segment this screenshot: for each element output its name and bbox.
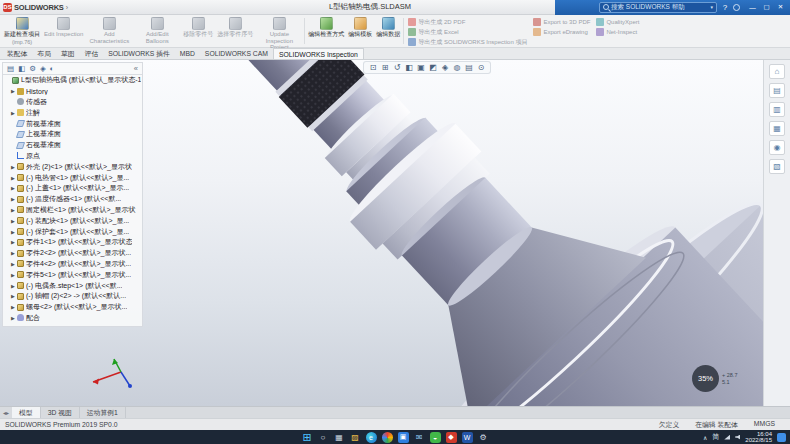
previous-view-icon[interactable]: ↺ (392, 63, 402, 72)
tree-item-part[interactable]: ▶ 零件2<2> (默认<<默认>_显示状... (3, 248, 142, 259)
tree-item-part[interactable]: ▶ (-) 电偶条.step<1> (默认<<默... (3, 280, 142, 291)
new-inspection-project-button[interactable]: 新建检查项目 (imp.76) (2, 16, 42, 46)
apply-scene-icon[interactable]: ▤ (464, 63, 474, 72)
edit-inspection-method-button[interactable]: 编辑检查方式 (306, 16, 346, 46)
tree-item-top-plane[interactable]: 上视基准面 (3, 129, 142, 140)
start-icon[interactable]: ⊞ (302, 432, 313, 443)
zoom-fit-icon[interactable]: ⊡ (368, 63, 378, 72)
tab-evaluate[interactable]: 评估 (80, 48, 104, 59)
displaymanager-tab-icon[interactable]: ◐ (50, 64, 55, 73)
tab-sketch[interactable]: 草图 (56, 48, 80, 59)
view-settings-icon[interactable]: ⊙ (476, 63, 486, 72)
tree-item-part[interactable]: ▶ (-) 温度传感器<1> (默认<<默... (3, 194, 142, 205)
update-inspection-project-button[interactable]: Update Inspection Project (255, 16, 303, 46)
section-view-icon[interactable]: ◧ (404, 63, 414, 72)
clock[interactable]: 16:04 2022/8/15 (745, 431, 772, 444)
tray-chevron-icon[interactable]: ∧ (703, 434, 707, 441)
design-library-icon[interactable]: ▤ (769, 83, 785, 98)
qualityxpert-button[interactable]: QualityXpert (596, 18, 639, 26)
minimize-button[interactable]: — (746, 1, 759, 14)
volume-icon[interactable] (735, 435, 740, 440)
tab-mbd[interactable]: MBD (175, 48, 200, 59)
status-units[interactable]: MMGS (754, 420, 775, 430)
tree-item-part[interactable]: ▶ 零件4<2> (默认<<默认>_显示状... (3, 259, 142, 270)
help-button[interactable]: ? (720, 3, 730, 12)
tree-item-part[interactable]: ▶ (-) 装配块<1> (默认<<默认>_显... (3, 215, 142, 226)
edge-icon[interactable]: e (366, 432, 377, 443)
tab-solidworks-cam[interactable]: SOLIDWORKS CAM (200, 48, 273, 59)
view-orientation-icon[interactable]: ▣ (416, 63, 426, 72)
settings-icon[interactable]: ⚙ (478, 432, 489, 443)
tab-3d-views[interactable]: 3D 视图 (41, 407, 80, 418)
tab-layout[interactable]: 布局 (32, 48, 56, 59)
graphics-viewport[interactable]: ▤ ◧ ⚙ ◈ ◐ « L型铝轴热电偶 (默认<默认_显示状态-1 ▶ Hist… (0, 60, 763, 406)
export-excel-button[interactable]: 导出生成 Excel (408, 28, 527, 36)
file-explorer-taskbar-icon[interactable]: ▨ (350, 432, 361, 443)
add-edit-balloons-button[interactable]: Add/Edit Balloons (133, 16, 181, 46)
store-icon[interactable]: ▣ (398, 432, 409, 443)
solidworks-taskbar-icon[interactable]: ◆ (446, 432, 457, 443)
remove-balloons-button[interactable]: 移除零件号 (181, 16, 215, 46)
network-icon[interactable] (724, 435, 730, 440)
export-3d-pdf-button[interactable]: Export to 3D PDF (533, 18, 590, 26)
edit-template-button[interactable]: 编辑模板 (346, 16, 374, 46)
mail-icon[interactable]: ✉ (414, 432, 425, 443)
tree-item-part[interactable]: ▶ 固定横栏<1> (默认<<默认>_显示状 (3, 205, 142, 216)
notification-badge[interactable] (777, 433, 786, 442)
tab-solidworks-inspection[interactable]: SOLIDWORKS Inspection (273, 48, 364, 59)
tab-motion-study[interactable]: 运动算例1 (80, 407, 126, 418)
ime-indicator[interactable]: 简 (712, 432, 719, 442)
menu-chevron-icon[interactable]: › (66, 4, 68, 11)
tree-item-right-plane[interactable]: 右视基准面 (3, 140, 142, 151)
tab-addins[interactable]: SOLIDWORKS 插件 (103, 48, 175, 59)
collapse-panel-icon[interactable]: « (134, 64, 138, 73)
tree-item-origin[interactable]: 原点 (3, 151, 142, 162)
search-caret-icon[interactable]: ▾ (710, 4, 713, 10)
wechat-icon[interactable]: ◒ (430, 432, 441, 443)
tree-item-part[interactable]: ▶ 零件1<1> (默认<<默认>_显示状态 (3, 237, 142, 248)
resources-icon[interactable]: ⌂ (769, 64, 785, 79)
configurationmanager-tab-icon[interactable]: ⚙ (29, 64, 36, 73)
export-edrawing-button[interactable]: Export eDrawing (533, 28, 590, 36)
tree-item-part[interactable]: ▶ (-) 轴帽 (2)<2> -> (默认<<默认... (3, 291, 142, 302)
tree-item-history[interactable]: ▶ History (3, 86, 142, 97)
custom-properties-icon[interactable]: ▧ (769, 159, 785, 174)
export-2d-pdf-button[interactable]: 导出生成 2D PDF (408, 18, 527, 26)
file-explorer-icon[interactable]: ▥ (769, 102, 785, 117)
close-button[interactable]: ✕ (774, 1, 787, 14)
edit-data-button[interactable]: 编辑数据 (374, 16, 402, 46)
propertymanager-tab-icon[interactable]: ◧ (18, 64, 25, 73)
export-sw-inspection-button[interactable]: 导出生成 SOLIDWORKS Inspection 项目 (408, 38, 527, 46)
tree-item-part[interactable]: ▶ (-) 保护套<1> (默认<<默认>_显... (3, 226, 142, 237)
dimxpertmanager-tab-icon[interactable]: ◈ (40, 64, 46, 73)
tree-item-part[interactable]: ▶ 螺母<2> (默认<<默认>_显示状... (3, 302, 142, 313)
select-balloons-button[interactable]: 选择零件序号 (215, 16, 255, 46)
taskbar-search-icon[interactable]: ○ (318, 432, 329, 443)
tree-item-front-plane[interactable]: 前视基准面 (3, 118, 142, 129)
maximize-button[interactable]: ▢ (760, 1, 773, 14)
word-icon[interactable]: W (462, 432, 473, 443)
chrome-icon[interactable]: ◍ (382, 432, 393, 443)
tree-item-annotations[interactable]: ▶ 注解 (3, 107, 142, 118)
hide-show-items-icon[interactable]: ◈ (440, 63, 450, 72)
edit-inspection-button[interactable]: Edit Inspection (42, 16, 85, 46)
user-icon[interactable] (733, 4, 740, 11)
featuremanager-tab-icon[interactable]: ▤ (7, 64, 14, 73)
zoom-area-icon[interactable]: ⊞ (380, 63, 390, 72)
task-view-icon[interactable]: ▦ (334, 432, 345, 443)
display-style-icon[interactable]: ◩ (428, 63, 438, 72)
tab-scroll-arrows[interactable]: ◂▸ (0, 407, 12, 418)
tree-item-assembly-root[interactable]: L型铝轴热电偶 (默认<默认_显示状态-1 (3, 75, 142, 86)
tree-item-mates[interactable]: ▶ 配合 (3, 313, 142, 324)
tree-item-part[interactable]: ▶ (-) 电热管<1> (默认<<默认>_显... (3, 172, 142, 183)
tree-item-part[interactable]: ▶ 外壳 (2)<1> (默认<<默认>_显示状 (3, 161, 142, 172)
search-input[interactable]: 搜索 SOLIDWORKS 帮助 ▾ (599, 2, 717, 13)
tree-item-part[interactable]: ▶ 零件5<1> (默认<<默认>_显示状... (3, 269, 142, 280)
tab-assembly[interactable]: 装配体 (2, 48, 32, 59)
tree-item-sensors[interactable]: 传感器 (3, 97, 142, 108)
appearances-icon[interactable]: ◉ (769, 140, 785, 155)
tree-item-part[interactable]: ▶ (-) 上盖<1> (默认<<默认>_显示... (3, 183, 142, 194)
add-characteristics-button[interactable]: Add Characteristics (85, 16, 133, 46)
tab-model[interactable]: 模型 (12, 407, 41, 418)
view-palette-icon[interactable]: ▦ (769, 121, 785, 136)
